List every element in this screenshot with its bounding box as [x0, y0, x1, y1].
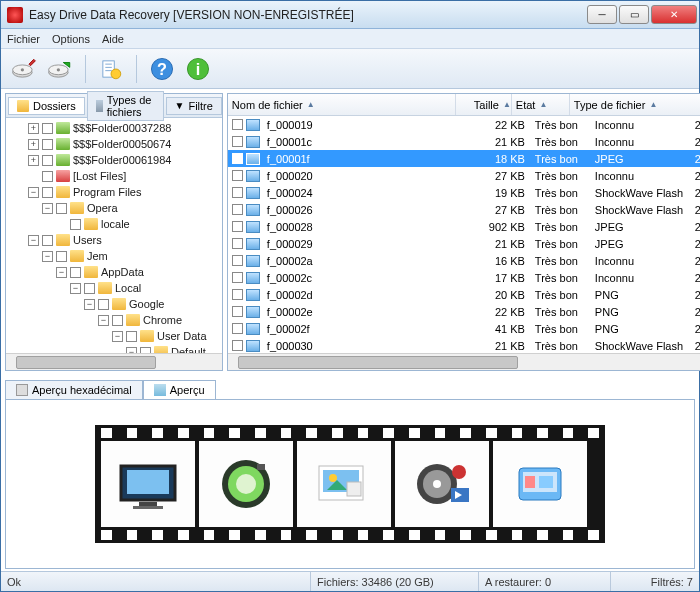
row-checkbox[interactable] [232, 306, 243, 317]
tab-preview[interactable]: Aperçu [143, 380, 216, 399]
row-checkbox[interactable] [232, 153, 243, 164]
drive-recover-button[interactable] [45, 54, 75, 84]
menu-file[interactable]: Fichier [7, 33, 40, 45]
tree-item[interactable]: −Chrome [10, 312, 220, 328]
expand-toggle[interactable]: + [28, 123, 39, 134]
row-checkbox[interactable] [232, 221, 243, 232]
row-checkbox[interactable] [232, 289, 243, 300]
tree-checkbox[interactable] [42, 139, 53, 150]
expand-toggle[interactable]: + [28, 155, 39, 166]
table-row[interactable]: f_00002921 KBTrès bonJPEG2 [228, 235, 700, 252]
col-state[interactable]: Etat▲ [512, 94, 570, 115]
col-name[interactable]: Nom de fichier▲ [228, 94, 456, 115]
info-button[interactable]: i [183, 54, 213, 84]
tree-item[interactable]: −User Data [10, 328, 220, 344]
tree-item[interactable]: −Google [10, 296, 220, 312]
titlebar[interactable]: Easy Drive Data Recovery [VERSION NON-EN… [1, 1, 699, 29]
table-row[interactable]: f_00002e22 KBTrès bonPNG2 [228, 303, 700, 320]
list-hscroll[interactable] [228, 353, 700, 370]
table-row[interactable]: f_00002c17 KBTrès bonInconnu2 [228, 269, 700, 286]
tree-item[interactable]: +$$$Folder00050674 [10, 136, 220, 152]
tree-item[interactable]: −Default [10, 344, 220, 353]
table-row[interactable]: f_00001f18 KBTrès bonJPEG2 [228, 150, 700, 167]
row-checkbox[interactable] [232, 255, 243, 266]
table-row[interactable]: f_00002d20 KBTrès bonPNG2 [228, 286, 700, 303]
row-checkbox[interactable] [232, 187, 243, 198]
tree-checkbox[interactable] [42, 187, 53, 198]
sprocket-hole [409, 428, 420, 438]
col-type[interactable]: Type de fichier▲ [570, 94, 700, 115]
table-row[interactable]: f_00001c21 KBTrès bonInconnu2 [228, 133, 700, 150]
tree-item[interactable]: −Opera [10, 200, 220, 216]
menu-options[interactable]: Options [52, 33, 90, 45]
row-checkbox[interactable] [232, 170, 243, 181]
tab-hex-preview[interactable]: Aperçu hexadécimal [5, 380, 143, 399]
file-list[interactable]: f_00001922 KBTrès bonInconnu2f_00001c21 … [228, 116, 700, 353]
expand-toggle[interactable]: − [42, 251, 53, 262]
tree-checkbox[interactable] [42, 123, 53, 134]
help-button[interactable]: ? [147, 54, 177, 84]
expand-toggle[interactable]: − [112, 331, 123, 342]
row-checkbox[interactable] [232, 238, 243, 249]
tree-hscroll[interactable] [6, 353, 222, 370]
tree-checkbox[interactable] [84, 283, 95, 294]
tab-filtre[interactable]: ▼Filtre [166, 97, 222, 115]
tree-item[interactable]: −Jem [10, 248, 220, 264]
table-row[interactable]: f_000028902 KBTrès bonJPEG2 [228, 218, 700, 235]
tree-item[interactable]: [Lost Files] [10, 168, 220, 184]
tree-checkbox[interactable] [112, 315, 123, 326]
tree-checkbox[interactable] [42, 155, 53, 166]
minimize-button[interactable]: ─ [587, 5, 617, 24]
settings-button[interactable] [96, 54, 126, 84]
folder-tree[interactable]: +$$$Folder00037288+$$$Folder00050674+$$$… [6, 118, 222, 353]
tab-types[interactable]: Types de fichiers [87, 91, 164, 121]
expand-toggle[interactable]: − [28, 187, 39, 198]
table-row[interactable]: f_00001922 KBTrès bonInconnu2 [228, 116, 700, 133]
thumbnail[interactable] [297, 441, 391, 527]
thumbnail[interactable] [493, 441, 587, 527]
row-checkbox[interactable] [232, 323, 243, 334]
expand-toggle[interactable]: − [84, 299, 95, 310]
table-row[interactable]: f_00002419 KBTrès bonShockWave Flash2 [228, 184, 700, 201]
row-checkbox[interactable] [232, 204, 243, 215]
tree-checkbox[interactable] [126, 331, 137, 342]
expand-toggle[interactable]: − [98, 315, 109, 326]
expand-toggle[interactable]: − [56, 267, 67, 278]
tree-checkbox[interactable] [42, 171, 53, 182]
thumbnail[interactable] [101, 441, 195, 527]
drive-scan-button[interactable] [9, 54, 39, 84]
row-checkbox[interactable] [232, 272, 243, 283]
table-row[interactable]: f_00003021 KBTrès bonShockWave Flash2 [228, 337, 700, 353]
table-row[interactable]: f_00002f41 KBTrès bonPNG2 [228, 320, 700, 337]
expand-toggle[interactable]: − [70, 283, 81, 294]
close-button[interactable]: ✕ [651, 5, 697, 24]
tree-item[interactable]: −AppData [10, 264, 220, 280]
tree-checkbox[interactable] [42, 235, 53, 246]
table-row[interactable]: f_00002a16 KBTrès bonInconnu2 [228, 252, 700, 269]
tree-item[interactable]: −Local [10, 280, 220, 296]
table-row[interactable]: f_00002627 KBTrès bonShockWave Flash2 [228, 201, 700, 218]
expand-toggle[interactable]: − [28, 235, 39, 246]
tree-checkbox[interactable] [98, 299, 109, 310]
menu-help[interactable]: Aide [102, 33, 124, 45]
tree-checkbox[interactable] [56, 203, 67, 214]
tree-item[interactable]: +$$$Folder00061984 [10, 152, 220, 168]
row-checkbox[interactable] [232, 119, 243, 130]
tree-item[interactable]: locale [10, 216, 220, 232]
row-checkbox[interactable] [232, 136, 243, 147]
tree-checkbox[interactable] [70, 219, 81, 230]
tree-checkbox[interactable] [70, 267, 81, 278]
expand-toggle[interactable]: − [42, 203, 53, 214]
thumbnail[interactable] [395, 441, 489, 527]
tree-checkbox[interactable] [56, 251, 67, 262]
table-row[interactable]: f_00002027 KBTrès bonInconnu2 [228, 167, 700, 184]
thumbnail[interactable] [199, 441, 293, 527]
maximize-button[interactable]: ▭ [619, 5, 649, 24]
tab-dossiers[interactable]: Dossiers [8, 97, 85, 115]
col-size[interactable]: Taille▲ [456, 94, 512, 115]
tree-item[interactable]: +$$$Folder00037288 [10, 120, 220, 136]
tree-item[interactable]: −Program Files [10, 184, 220, 200]
row-checkbox[interactable] [232, 340, 243, 351]
expand-toggle[interactable]: + [28, 139, 39, 150]
tree-item[interactable]: −Users [10, 232, 220, 248]
